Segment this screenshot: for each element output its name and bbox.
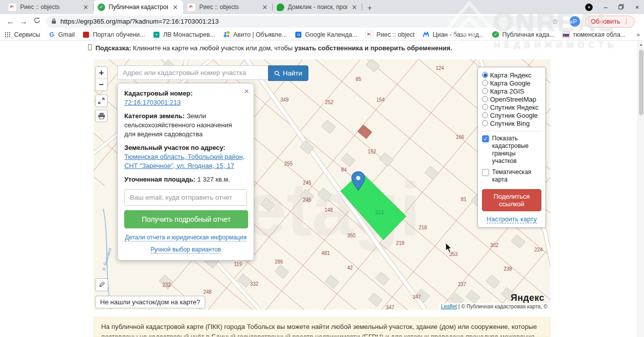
get-report-button[interactable]: Получить подробный отчет — [124, 210, 248, 228]
map-container[interactable]: etagi р. Быковка — [94, 59, 550, 310]
fullscreen-button[interactable] — [95, 95, 108, 107]
pencil-icon — [98, 281, 105, 288]
browser-update-icon[interactable]: ▼ — [585, 4, 593, 11]
print-button[interactable] — [95, 110, 108, 122]
email-field[interactable] — [124, 189, 247, 206]
address-link[interactable]: Тюменская область, Тобольский район, СНТ… — [124, 153, 245, 170]
scrollbar-thumb[interactable] — [639, 50, 643, 115]
profile-avatar[interactable]: P — [570, 16, 580, 27]
layer-option-google-map[interactable]: Карта Google — [482, 79, 541, 87]
bookmark-portal[interactable]: Портал обучени... — [83, 31, 145, 38]
svg-text:232: 232 — [163, 282, 171, 288]
share-link-button[interactable]: Поделиться ссылкой — [482, 189, 541, 211]
tab-title: Риес :: objects — [20, 4, 78, 11]
google-g-icon: G — [48, 31, 55, 38]
tab-title: Риес :: objects — [199, 4, 258, 11]
new-tab-button[interactable]: + — [367, 4, 372, 14]
layer-option-yandex-sat[interactable]: Спутник Яндекс — [482, 103, 541, 111]
layer-option-2gis-map[interactable]: Карта 2GIS — [482, 87, 541, 95]
reload-button[interactable] — [30, 17, 43, 26]
svg-text:84: 84 — [341, 167, 347, 173]
svg-text:218: 218 — [396, 240, 405, 246]
radio-selected-icon — [482, 72, 488, 78]
svg-text:85: 85 — [356, 76, 362, 82]
radio-icon — [482, 88, 488, 94]
leaflet-link[interactable]: Leaflet — [441, 303, 457, 309]
search-button[interactable]: Найти — [268, 65, 308, 81]
not-found-button[interactable]: Не нашли участок/дом на карте? — [95, 296, 205, 308]
back-button[interactable]: ← — [4, 17, 17, 26]
tab-close-icon[interactable]: ✕ — [172, 4, 179, 11]
svg-text:248: 248 — [203, 289, 212, 295]
calendar-icon: 11 — [295, 31, 302, 38]
ries-favicon-icon: Р: — [8, 3, 17, 12]
svg-text:81: 81 — [461, 197, 467, 202]
bookmark-avito[interactable]: Авито | Объявле... — [223, 31, 287, 38]
checkbox-thematic-map[interactable]: Тематическая карта — [482, 168, 541, 184]
popup-close-icon[interactable]: × — [244, 86, 249, 97]
bookmark-ries[interactable]: Р: Риес :: object — [365, 31, 415, 38]
bookmark-cadastral[interactable]: ✓ Публичная када... — [492, 31, 554, 38]
bookmarks-overflow-chevron[interactable]: » — [636, 31, 640, 38]
cadastral-number-link[interactable]: 72:16:1703001:213 — [124, 99, 181, 106]
tab-cadastral-active[interactable]: ✓ Публичная кадастровая ка ✕ — [94, 0, 183, 14]
zoom-out-button[interactable]: − — [96, 79, 107, 91]
svg-text:255: 255 — [284, 161, 293, 166]
search-input[interactable] — [117, 65, 268, 80]
tab-title: Публичная кадастровая ка — [109, 4, 168, 11]
manual-choice-link[interactable]: Ручной выбор вариантов — [124, 245, 247, 254]
svg-text:347: 347 — [386, 305, 394, 310]
tab-domclick[interactable]: Домклик - поиск, проверка ✕ — [273, 0, 362, 14]
svg-text:148: 148 — [325, 207, 333, 213]
bookmark-gcalendar[interactable]: 11 Google Календа... — [295, 31, 357, 38]
tab-close-icon[interactable]: ✕ — [261, 4, 269, 11]
layer-option-osm[interactable]: OpenStreetMap — [482, 95, 541, 103]
bookmark-monastyrev[interactable]: + ЛВ Монастырев... — [153, 31, 215, 38]
tab-close-icon[interactable]: ✕ — [351, 4, 358, 11]
ru-flag-icon — [562, 31, 570, 38]
teal-square-icon: + — [153, 31, 160, 38]
bookmark-star-icon[interactable]: ☆ — [552, 17, 558, 26]
restore-button[interactable] — [618, 4, 624, 11]
layer-option-bing-sat[interactable]: Спутник Bing — [482, 119, 541, 127]
menu-dots-icon[interactable]: ⋮ — [623, 18, 629, 25]
layer-option-yandex-map[interactable]: Карта Яндекс — [482, 71, 541, 79]
report-details-link[interactable]: Детали отчета и юридическая информация — [124, 233, 247, 242]
ries-icon: Р: — [365, 31, 373, 38]
bookmark-tyumen[interactable]: тюменская обла... — [562, 31, 625, 38]
search-icon — [274, 70, 280, 76]
draw-tool-button[interactable] — [95, 278, 108, 291]
bookmark-gmail[interactable]: G Gmail — [48, 31, 75, 38]
url-bar[interactable]: https://egrp365.org/map/?kadnum=72:16:17… — [46, 16, 564, 28]
tab-close-icon[interactable]: ✕ — [82, 4, 90, 11]
scroll-up-icon[interactable]: ▲ — [638, 41, 644, 46]
ries-favicon-icon: Р: — [187, 3, 196, 12]
minimize-button[interactable]: – — [604, 4, 607, 11]
tab-ries-2[interactable]: Р: Риес :: objects ✕ — [183, 0, 273, 14]
svg-text:332: 332 — [250, 281, 259, 287]
hint-bullet-icon — [88, 44, 92, 50]
tab-title: Домклик - поиск, проверка — [288, 4, 347, 11]
configure-map-link[interactable]: Настроить карту — [482, 215, 541, 223]
svg-text:481: 481 — [321, 250, 330, 256]
bookmark-cian[interactable]: Циан - база нед... — [423, 31, 484, 38]
update-browser-button[interactable]: Обновить ⋮ — [585, 16, 635, 28]
layer-option-google-sat[interactable]: Спутник Google — [482, 111, 541, 119]
svg-text:302: 302 — [490, 242, 499, 248]
tab-ries-1[interactable]: Р: Риес :: objects ✕ — [4, 0, 94, 14]
map-search: Найти — [117, 65, 308, 81]
yandex-logo: Яндекс — [511, 293, 544, 303]
checkbox-cadastral-borders[interactable]: ✓ Показать кадастровые границы участков — [482, 135, 541, 165]
svg-text:124: 124 — [436, 65, 444, 71]
url-text: https://egrp365.org/map/?kadnum=72:16:17… — [60, 18, 548, 25]
page-scrollbar[interactable]: ▲ — [637, 41, 644, 337]
bookmark-services[interactable]: Сервисы — [4, 31, 40, 38]
checkbox-checked-icon: ✓ — [482, 135, 489, 142]
divider — [481, 131, 542, 131]
radio-icon — [482, 112, 488, 118]
svg-text:154: 154 — [376, 97, 385, 103]
svg-text:237: 237 — [458, 282, 466, 287]
close-window-button[interactable]: × — [635, 4, 639, 11]
zoom-in-button[interactable]: + — [96, 67, 107, 79]
forward-button[interactable]: → — [17, 17, 30, 26]
